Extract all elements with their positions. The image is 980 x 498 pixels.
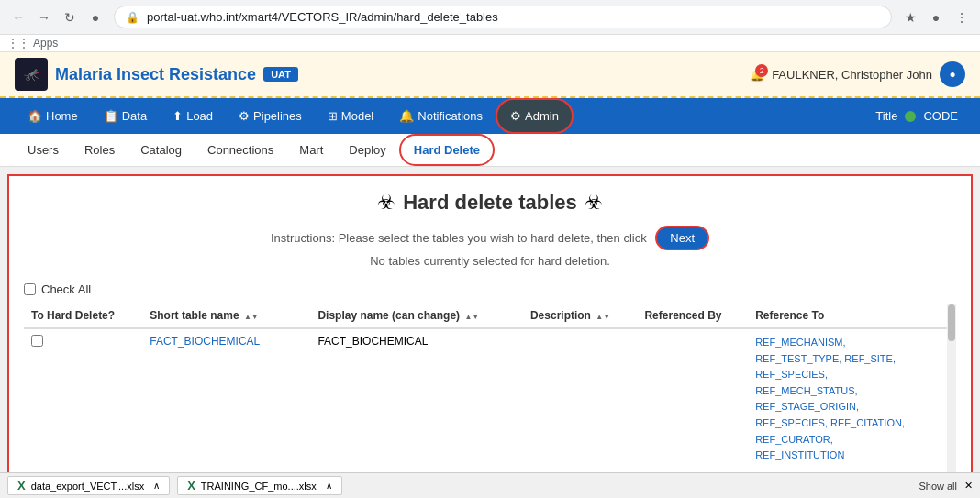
scrollbar-thumb[interactable] (948, 304, 955, 341)
sub-nav-users[interactable]: Users (15, 136, 72, 164)
nav-code-label: CODE (923, 109, 958, 123)
row1-short-name: FACT_BIOCHEMICAL (142, 328, 310, 470)
instructions-text: Instructions: Please select the tables y… (271, 231, 647, 245)
back-button[interactable]: ← (7, 6, 29, 28)
biohazard-left-icon: ☣ (377, 191, 395, 215)
apps-label: Apps (33, 37, 58, 50)
app-header: 🦟 Malaria Insect Resistance UAT 🔔 2 FAUL… (0, 52, 980, 98)
bookmark-button[interactable]: ★ (899, 6, 921, 28)
row1-reference-to: REF_MECHANISM,REF_TEST_TYPE, REF_SITE,RE… (748, 328, 956, 470)
row1-short-name-link[interactable]: FACT_BIOCHEMICAL (150, 335, 260, 348)
mosquito-icon: 🦟 (24, 67, 39, 82)
biohazard-right-icon: ☣ (585, 191, 603, 215)
sub-nav: Users Roles Catalog Connections Mart Dep… (0, 134, 980, 167)
nav-right: Title CODE (868, 109, 965, 123)
check-all-label: Check All (41, 282, 91, 296)
check-all-checkbox[interactable] (24, 283, 36, 295)
nav-home[interactable]: 🏠 Home (15, 100, 91, 132)
browser-nav-buttons: ← → ↻ ● (7, 6, 106, 28)
scrollbar-track[interactable] (947, 304, 956, 498)
nav-model[interactable]: ⊞ Model (315, 100, 386, 132)
no-tables-message: No tables currently selected for hard de… (24, 254, 956, 268)
user-avatar[interactable]: ● (940, 61, 965, 87)
url-text: portal-uat.who.int/xmart4/VECTORS_IR/adm… (147, 10, 498, 24)
forward-button[interactable]: → (33, 6, 55, 28)
col-short-table-name[interactable]: Short table name ▲▼ (142, 304, 310, 328)
taskbar-close-2[interactable]: ∧ (326, 481, 332, 491)
menu-button[interactable]: ⋮ (951, 6, 973, 28)
taskbar-close-button[interactable]: ✕ (964, 480, 973, 492)
sort-arrows-display-name: ▲▼ (464, 314, 479, 321)
nav-pipelines[interactable]: ⚙ Pipelines (226, 100, 315, 132)
nav-load-label: Load (186, 109, 213, 123)
home-button[interactable]: ● (84, 6, 106, 28)
pipelines-icon: ⚙ (239, 109, 250, 123)
sub-nav-catalog[interactable]: Catalog (128, 136, 195, 164)
check-all-row: Check All (24, 279, 956, 300)
sort-arrows-short-name: ▲▼ (244, 314, 259, 321)
browser-actions: ★ ● ⋮ (899, 6, 973, 28)
excel-icon-1: X (17, 479, 26, 492)
lock-icon: 🔒 (126, 11, 139, 24)
nav-data-label: Data (122, 109, 147, 123)
show-all-button[interactable]: Show all (919, 481, 957, 492)
sub-nav-mart[interactable]: Mart (286, 136, 336, 164)
user-info: 🔔 2 FAULKNER, Christopher John ● (750, 61, 965, 87)
row1-display-name: FACT_BIOCHEMICAL (310, 328, 523, 470)
apps-grid-icon: ⋮⋮ (7, 37, 29, 50)
uat-badge: UAT (263, 67, 298, 82)
nav-load[interactable]: ⬆ Load (160, 100, 226, 132)
sub-nav-deploy[interactable]: Deploy (336, 136, 398, 164)
taskbar-item-2[interactable]: X TRAINING_CF_mo....xlsx ∧ (177, 476, 342, 495)
row1-checkbox-cell (24, 328, 142, 470)
next-button[interactable]: Next (655, 226, 709, 250)
taskbar-label-2: TRAINING_CF_mo....xlsx (201, 481, 317, 492)
load-icon: ⬆ (173, 109, 183, 123)
address-bar[interactable]: 🔒 portal-uat.who.int/xmart4/VECTORS_IR/a… (114, 6, 892, 28)
col-to-hard-delete: To Hard Delete? (24, 304, 142, 328)
row1-ref-to-text: REF_MECHANISM,REF_TEST_TYPE, REF_SITE,RE… (755, 335, 949, 464)
nav-home-label: Home (46, 109, 78, 123)
sub-nav-roles[interactable]: Roles (72, 136, 128, 164)
nav-pipelines-label: Pipelines (253, 109, 302, 123)
model-icon: ⊞ (328, 109, 338, 123)
nav-data[interactable]: 📋 Data (91, 100, 160, 132)
nav-admin-label: Admin (525, 109, 559, 123)
taskbar-item-1[interactable]: X data_export_VECT....xlsx ∧ (7, 476, 170, 495)
nav-model-label: Model (341, 109, 373, 123)
toggle-dot[interactable] (905, 111, 916, 122)
row1-checkbox[interactable] (31, 335, 43, 347)
notifications-icon: 🔔 (399, 109, 414, 123)
account-button[interactable]: ● (925, 6, 947, 28)
notification-badge: 2 (755, 64, 768, 77)
row1-referenced-by (637, 328, 748, 470)
hard-delete-table: To Hard Delete? Short table name ▲▼ Disp… (24, 304, 956, 498)
taskbar-close-1[interactable]: ∧ (153, 481, 160, 491)
user-name: FAULKNER, Christopher John (772, 68, 932, 82)
col-display-name[interactable]: Display name (can change) ▲▼ (310, 304, 523, 328)
data-icon: 📋 (104, 109, 118, 123)
sub-nav-connections[interactable]: Connections (195, 136, 286, 164)
notification-icon[interactable]: 🔔 2 (750, 68, 764, 82)
sub-nav-hard-delete[interactable]: Hard Delete (399, 134, 495, 166)
table-container[interactable]: To Hard Delete? Short table name ▲▼ Disp… (24, 304, 956, 498)
row1-description (523, 328, 638, 470)
refresh-button[interactable]: ↻ (59, 6, 81, 28)
nav-admin[interactable]: ⚙ Admin (496, 98, 574, 134)
browser-chrome: ← → ↻ ● 🔒 portal-uat.who.int/xmart4/VECT… (0, 0, 980, 35)
nav-notifications[interactable]: 🔔 Notifications (386, 100, 496, 132)
sort-arrows-description: ▲▼ (596, 314, 610, 321)
home-icon: 🏠 (28, 109, 42, 123)
page-title: Hard delete tables (403, 191, 577, 215)
nav-bar: 🏠 Home 📋 Data ⬆ Load ⚙ Pipelines ⊞ Model… (0, 98, 980, 134)
page-title-row: ☣ Hard delete tables ☣ (24, 191, 956, 215)
apps-bar: ⋮⋮ Apps (0, 35, 980, 52)
taskbar-label-1: data_export_VECT....xlsx (31, 481, 145, 492)
excel-icon-2: X (187, 479, 195, 492)
instructions-row: Instructions: Please select the tables y… (24, 226, 956, 250)
col-reference-to: Reference To (748, 304, 956, 328)
nav-notifications-label: Notifications (418, 109, 483, 123)
table-row: FACT_BIOCHEMICAL FACT_BIOCHEMICAL REF_ME… (24, 328, 956, 470)
col-description[interactable]: Description ▲▼ (523, 304, 638, 328)
main-content: ☣ Hard delete tables ☣ Instructions: Ple… (7, 174, 973, 498)
